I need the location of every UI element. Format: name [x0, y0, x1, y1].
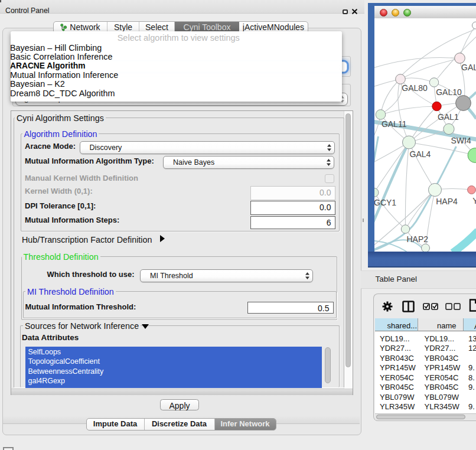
svg-text:GAL80: GAL80	[402, 83, 428, 93]
svg-text:SWI4: SWI4	[451, 136, 471, 145]
svg-text:GAL11: GAL11	[381, 119, 406, 129]
svg-text:GAL1: GAL1	[437, 112, 458, 122]
svg-text:GAL4: GAL4	[409, 149, 431, 159]
svg-text:GAL10: GAL10	[436, 87, 462, 97]
svg-text:HAP2: HAP2	[406, 234, 428, 244]
svg-text:Y: Y	[472, 196, 476, 206]
svg-text:GAL8: GAL8	[461, 63, 476, 72]
svg-text:HAP4: HAP4	[436, 197, 458, 206]
svg-text:GCY1: GCY1	[374, 198, 396, 207]
